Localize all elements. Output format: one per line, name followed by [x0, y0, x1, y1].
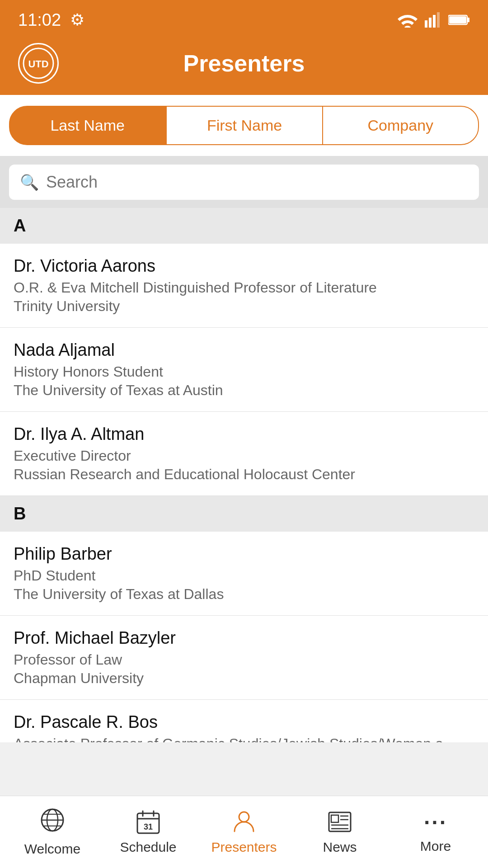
sort-tabs: Last Name First Name Company [0, 95, 488, 156]
status-icons [398, 12, 470, 28]
presenter-name: Nada Aljamal [14, 340, 474, 360]
nav-welcome[interactable]: Welcome [5, 808, 100, 857]
page-title: Presenters [183, 50, 305, 77]
list-item[interactable]: Dr. Ilya A. Altman Executive Director Ru… [0, 412, 488, 496]
list-item[interactable]: Dr. Pascale R. Bos Associate Professor o… [0, 700, 488, 742]
presenters-list: A Dr. Victoria Aarons O.R. & Eva Mitchel… [0, 208, 488, 742]
presenter-title: PhD Student [14, 567, 474, 584]
status-bar: 11:02 ⚙ [0, 0, 488, 36]
presenter-name: Philip Barber [14, 544, 474, 564]
presenter-org: Trinity University [14, 298, 474, 315]
list-item[interactable]: Dr. Victoria Aarons O.R. & Eva Mitchell … [0, 244, 488, 328]
presenter-org: The University of Texas at Dallas [14, 586, 474, 603]
nav-presenters[interactable]: Presenters [196, 810, 292, 855]
presenter-title: O.R. & Eva Mitchell Distinguished Profes… [14, 279, 474, 296]
news-icon [328, 810, 352, 836]
sort-tab-firstname[interactable]: First Name [166, 106, 322, 145]
svg-rect-3 [437, 12, 440, 28]
calendar-icon: 31 [136, 810, 160, 836]
svg-text:UTD: UTD [28, 58, 48, 70]
nav-more[interactable]: ··· More [388, 811, 483, 854]
app-logo: UTD [18, 43, 59, 84]
nav-news-label: News [323, 840, 357, 855]
svg-rect-5 [467, 18, 469, 22]
status-time: 11:02 [18, 10, 61, 30]
battery-icon [448, 14, 470, 26]
search-wrapper: 🔍 [9, 165, 479, 200]
list-item[interactable]: Prof. Michael Bazyler Professor of Law C… [0, 616, 488, 700]
list-item[interactable]: Philip Barber PhD Student The University… [0, 532, 488, 616]
svg-point-19 [239, 812, 249, 822]
nav-schedule[interactable]: 31 Schedule [100, 810, 196, 855]
svg-rect-0 [425, 20, 427, 28]
globe-icon [40, 808, 65, 838]
presenter-name: Prof. Michael Bazyler [14, 628, 474, 648]
nav-more-label: More [420, 839, 451, 854]
svg-rect-6 [449, 16, 466, 24]
presenter-name: Dr. Ilya A. Altman [14, 425, 474, 444]
header: UTD Presenters [0, 36, 488, 95]
section-header-b: B [0, 496, 488, 532]
search-icon: 🔍 [20, 173, 39, 191]
nav-welcome-label: Welcome [24, 841, 80, 857]
section-header-a: A [0, 208, 488, 244]
presenter-title: Executive Director [14, 448, 474, 464]
sort-tab-lastname[interactable]: Last Name [9, 106, 166, 145]
sort-tab-company[interactable]: Company [322, 106, 479, 145]
svg-rect-21 [331, 815, 338, 822]
person-icon [232, 810, 256, 836]
signal-icon [425, 12, 441, 28]
nav-schedule-label: Schedule [120, 840, 176, 855]
wifi-icon [398, 12, 418, 28]
bottom-nav: Welcome 31 Schedule Presenters [0, 796, 488, 868]
more-icon: ··· [424, 811, 447, 835]
presenter-title: History Honors Student [14, 363, 474, 380]
svg-text:31: 31 [144, 822, 153, 831]
settings-icon: ⚙ [70, 10, 84, 29]
svg-rect-1 [429, 18, 432, 28]
presenter-name: Dr. Victoria Aarons [14, 256, 474, 276]
presenter-org: Chapman University [14, 670, 474, 687]
presenter-title: Professor of Law [14, 651, 474, 668]
search-input[interactable] [46, 173, 468, 192]
list-item[interactable]: Nada Aljamal History Honors Student The … [0, 328, 488, 412]
presenter-title: Associate Professor of Germanic Studies/… [14, 736, 474, 742]
svg-rect-2 [433, 15, 436, 28]
nav-presenters-label: Presenters [211, 840, 277, 855]
nav-news[interactable]: News [292, 810, 388, 855]
presenter-org: The University of Texas at Austin [14, 382, 474, 399]
presenter-org: Russian Research and Educational Holocau… [14, 466, 474, 483]
presenter-name: Dr. Pascale R. Bos [14, 712, 474, 732]
search-container: 🔍 [0, 156, 488, 208]
